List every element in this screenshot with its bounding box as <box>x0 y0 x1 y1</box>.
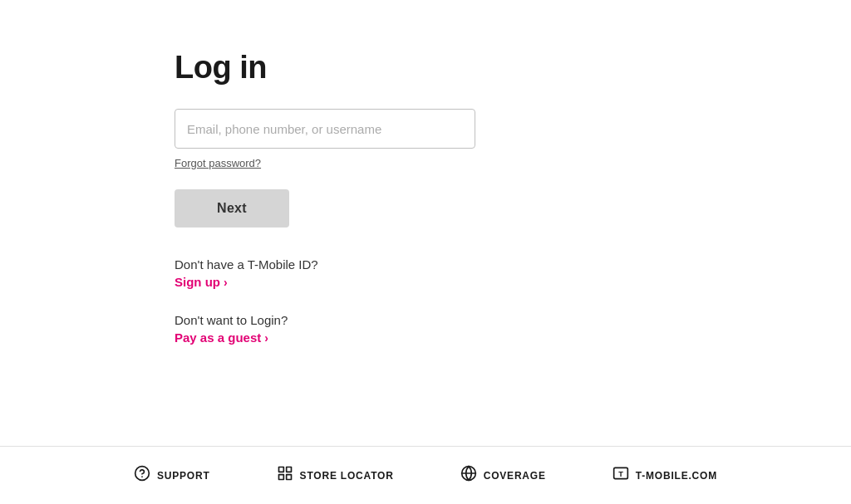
guest-section: Don't want to Login? Pay as a guest › <box>175 313 851 345</box>
main-content: Log in Forgot password? Next Don't have … <box>0 0 851 446</box>
forgot-password-link[interactable]: Forgot password? <box>175 157 851 169</box>
svg-rect-2 <box>278 467 283 472</box>
svg-rect-4 <box>278 475 283 480</box>
store-icon <box>277 465 293 486</box>
tmobile-label: T-MOBILE.COM <box>636 470 717 482</box>
footer: SUPPORT STORE LOCATOR COVERAGE <box>0 446 851 504</box>
footer-item-support[interactable]: SUPPORT <box>134 465 210 486</box>
svg-rect-5 <box>286 475 291 480</box>
next-button[interactable]: Next <box>175 189 289 228</box>
signup-link-label: Sign up <box>175 275 220 289</box>
signup-chevron-icon: › <box>224 276 228 289</box>
footer-item-store-locator[interactable]: STORE LOCATOR <box>277 465 394 486</box>
footer-item-coverage[interactable]: COVERAGE <box>460 465 546 486</box>
guest-chevron-icon: › <box>264 331 268 345</box>
svg-rect-3 <box>286 467 291 472</box>
store-locator-label: STORE LOCATOR <box>300 470 394 482</box>
guest-link[interactable]: Pay as a guest › <box>175 330 268 345</box>
footer-item-tmobile[interactable]: T T-MOBILE.COM <box>612 465 717 486</box>
support-label: SUPPORT <box>157 470 210 482</box>
support-icon <box>134 465 150 486</box>
signup-section: Don't have a T-Mobile ID? Sign up › <box>175 257 851 290</box>
coverage-icon <box>460 465 477 486</box>
email-input[interactable] <box>175 109 475 149</box>
svg-text:T: T <box>618 470 623 478</box>
page-title: Log in <box>175 50 851 86</box>
guest-question: Don't want to Login? <box>175 313 851 327</box>
signup-question: Don't have a T-Mobile ID? <box>175 257 851 272</box>
guest-link-label: Pay as a guest <box>175 330 261 345</box>
tmobile-icon: T <box>612 465 629 486</box>
signup-link[interactable]: Sign up › <box>175 275 228 289</box>
coverage-label: COVERAGE <box>484 470 546 482</box>
